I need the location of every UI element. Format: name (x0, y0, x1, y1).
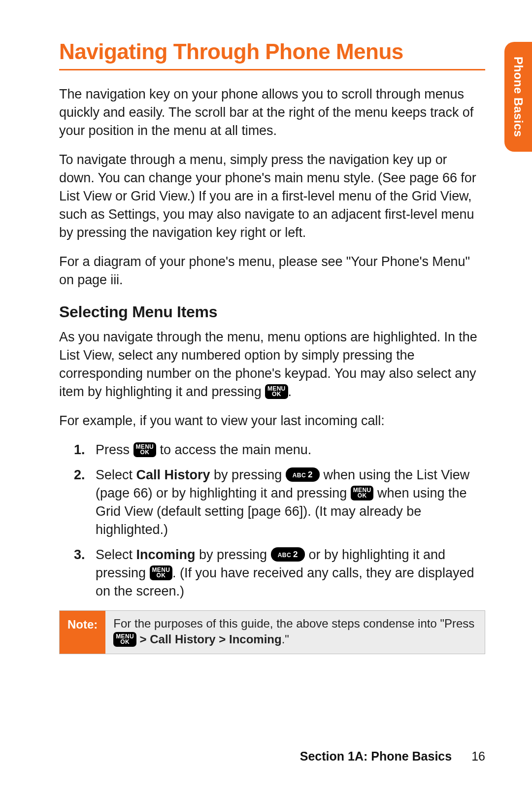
title-rule (59, 69, 485, 70)
page-footer: Section 1A: Phone Basics16 (300, 749, 485, 764)
bold-text: Call History (136, 467, 210, 482)
menu-ok-key-icon (351, 486, 374, 500)
intro-para-3: For a diagram of your phone's menu, plea… (59, 253, 485, 289)
page-title: Navigating Through Phone Menus (59, 39, 485, 64)
bold-text: Incoming (136, 547, 196, 562)
intro-para-2: To navigate through a menu, simply press… (59, 151, 485, 242)
abc2-key-icon (286, 467, 320, 482)
menu-ok-key-icon (150, 565, 173, 580)
text: Select (96, 467, 136, 482)
text: by pressing (196, 547, 271, 562)
list-item: 2. Select Call History by pressing when … (59, 466, 485, 539)
text: > (136, 632, 150, 646)
selecting-para-1: As you navigate through the menu, menu o… (59, 328, 485, 401)
menu-ok-key-icon (113, 632, 136, 647)
menu-ok-key-icon (265, 384, 288, 399)
list-item: 3. Select Incoming by pressing or by hig… (59, 546, 485, 600)
intro-para-1: The navigation key on your phone allows … (59, 85, 485, 140)
step-number: 1. (74, 441, 85, 459)
step-number: 3. (74, 546, 85, 564)
list-item: 1. Press to access the main menu. (59, 441, 485, 459)
page-content: Navigating Through Phone Menus The navig… (0, 0, 532, 654)
abc2-key-icon (271, 547, 305, 562)
bold-text: Incoming (229, 632, 282, 646)
step-number: 2. (74, 466, 85, 484)
text: For the purposes of this guide, the abov… (113, 617, 474, 630)
note-box: Note: For the purposes of this guide, th… (59, 610, 485, 654)
side-tab: Phone Basics (504, 42, 532, 152)
text: Press (96, 442, 133, 457)
text: ." (282, 632, 289, 646)
text: by pressing (210, 467, 286, 482)
note-label: Note: (60, 611, 105, 654)
steps-list: 1. Press to access the main menu. 2. Sel… (59, 441, 485, 600)
selecting-para-2: For example, if you want to view your la… (59, 412, 485, 430)
text: Select (96, 547, 136, 562)
bold-text: Call History (150, 632, 215, 646)
subheading-selecting: Selecting Menu Items (59, 303, 485, 321)
footer-page-number: 16 (471, 749, 485, 763)
note-body: For the purposes of this guide, the abov… (105, 611, 485, 654)
text: . (288, 384, 292, 399)
menu-ok-key-icon (133, 442, 157, 457)
text: > (216, 632, 229, 646)
footer-section: Section 1A: Phone Basics (300, 749, 452, 763)
text: to access the main menu. (156, 442, 311, 457)
